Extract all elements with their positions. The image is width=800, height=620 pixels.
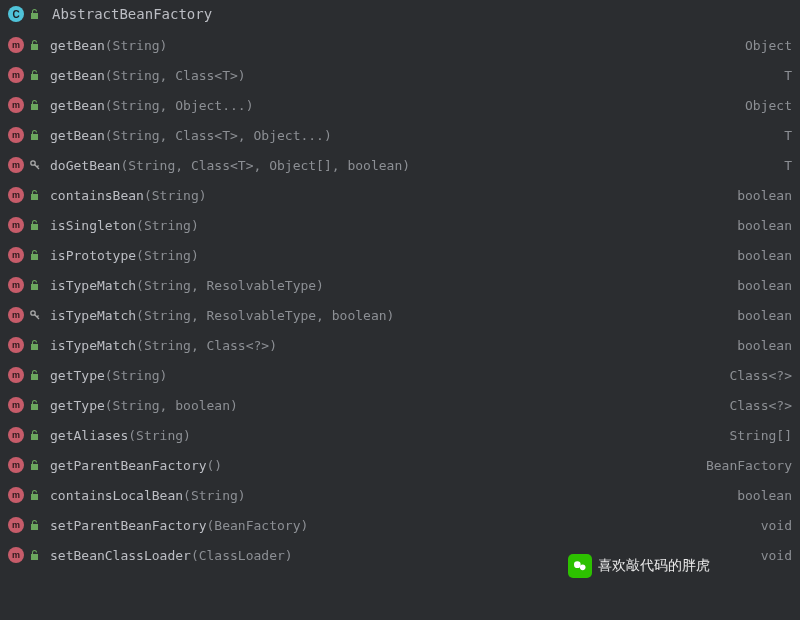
return-type: boolean <box>737 188 792 203</box>
method-signature: isPrototype(String) <box>50 248 199 263</box>
svg-point-2 <box>574 561 581 568</box>
lock-open-icon <box>28 338 42 352</box>
lock-open-icon <box>28 518 42 532</box>
method-signature: setBeanClassLoader(ClassLoader) <box>50 548 293 563</box>
method-row[interactable]: mgetBean(String, Class<T>, Object...)T <box>0 120 800 150</box>
lock-open-icon <box>28 458 42 472</box>
return-type: boolean <box>737 278 792 293</box>
method-signature: setParentBeanFactory(BeanFactory) <box>50 518 308 533</box>
attribution-text: 喜欢敲代码的胖虎 <box>598 557 710 575</box>
return-type: Object <box>745 98 792 113</box>
return-type: T <box>784 128 792 143</box>
return-type: Class<?> <box>729 368 792 383</box>
lock-open-icon <box>28 128 42 142</box>
method-icon: m <box>8 277 24 293</box>
lock-open-icon <box>28 98 42 112</box>
method-row[interactable]: mgetType(String)Class<?> <box>0 360 800 390</box>
method-signature: getBean(String, Class<T>) <box>50 68 246 83</box>
return-type: Object <box>745 38 792 53</box>
return-type: T <box>784 68 792 83</box>
method-signature: getType(String) <box>50 368 167 383</box>
method-signature: isTypeMatch(String, Class<?>) <box>50 338 277 353</box>
method-signature: getBean(String, Object...) <box>50 98 254 113</box>
method-icon: m <box>8 67 24 83</box>
lock-open-icon <box>28 368 42 382</box>
lock-open-icon <box>28 278 42 292</box>
lock-open-icon <box>28 398 42 412</box>
return-type: T <box>784 158 792 173</box>
key-icon <box>28 158 42 172</box>
method-icon: m <box>8 427 24 443</box>
method-signature: getType(String, boolean) <box>50 398 238 413</box>
svg-point-3 <box>580 565 586 571</box>
return-type: boolean <box>737 488 792 503</box>
class-icon: C <box>8 6 24 22</box>
lock-open-icon <box>28 218 42 232</box>
method-icon: m <box>8 397 24 413</box>
lock-open-icon <box>28 248 42 262</box>
method-icon: m <box>8 187 24 203</box>
method-signature: getParentBeanFactory() <box>50 458 222 473</box>
method-row[interactable]: mdoGetBean(String, Class<T>, Object[], b… <box>0 150 800 180</box>
method-signature: getBean(String) <box>50 38 167 53</box>
lock-open-icon <box>28 548 42 562</box>
method-icon: m <box>8 517 24 533</box>
lock-open-icon <box>28 428 42 442</box>
method-icon: m <box>8 457 24 473</box>
method-signature: getAliases(String) <box>50 428 191 443</box>
method-icon: m <box>8 307 24 323</box>
key-icon <box>28 308 42 322</box>
return-type: String[] <box>729 428 792 443</box>
method-signature: isTypeMatch(String, ResolvableType) <box>50 278 324 293</box>
method-icon: m <box>8 37 24 53</box>
return-type: BeanFactory <box>706 458 792 473</box>
method-row[interactable]: misPrototype(String)boolean <box>0 240 800 270</box>
method-row[interactable]: mgetType(String, boolean)Class<?> <box>0 390 800 420</box>
lock-open-icon <box>28 488 42 502</box>
method-icon: m <box>8 337 24 353</box>
class-name: AbstractBeanFactory <box>52 6 212 22</box>
method-list: mgetBean(String)ObjectmgetBean(String, C… <box>0 28 800 572</box>
method-row[interactable]: misSingleton(String)boolean <box>0 210 800 240</box>
method-icon: m <box>8 157 24 173</box>
method-signature: containsBean(String) <box>50 188 207 203</box>
method-signature: doGetBean(String, Class<T>, Object[], bo… <box>50 158 410 173</box>
method-signature: isSingleton(String) <box>50 218 199 233</box>
method-row[interactable]: mgetParentBeanFactory()BeanFactory <box>0 450 800 480</box>
wechat-icon <box>568 554 592 578</box>
return-type: boolean <box>737 308 792 323</box>
attribution-watermark: 喜欢敲代码的胖虎 <box>568 554 710 578</box>
return-type: Class<?> <box>729 398 792 413</box>
method-row[interactable]: misTypeMatch(String, Class<?>)boolean <box>0 330 800 360</box>
class-header: C AbstractBeanFactory <box>0 0 800 28</box>
lock-open-icon <box>28 38 42 52</box>
method-icon: m <box>8 127 24 143</box>
method-icon: m <box>8 367 24 383</box>
lock-open-icon <box>28 7 42 21</box>
method-row[interactable]: mcontainsLocalBean(String)boolean <box>0 480 800 510</box>
method-signature: isTypeMatch(String, ResolvableType, bool… <box>50 308 394 323</box>
method-row[interactable]: mgetAliases(String)String[] <box>0 420 800 450</box>
method-icon: m <box>8 97 24 113</box>
method-signature: getBean(String, Class<T>, Object...) <box>50 128 332 143</box>
return-type: void <box>761 548 792 563</box>
method-icon: m <box>8 487 24 503</box>
method-signature: containsLocalBean(String) <box>50 488 246 503</box>
lock-open-icon <box>28 188 42 202</box>
method-row[interactable]: mgetBean(String)Object <box>0 30 800 60</box>
return-type: boolean <box>737 338 792 353</box>
method-row[interactable]: mgetBean(String, Object...)Object <box>0 90 800 120</box>
method-row[interactable]: mcontainsBean(String)boolean <box>0 180 800 210</box>
return-type: boolean <box>737 248 792 263</box>
return-type: void <box>761 518 792 533</box>
lock-open-icon <box>28 68 42 82</box>
method-icon: m <box>8 217 24 233</box>
method-icon: m <box>8 247 24 263</box>
method-icon: m <box>8 547 24 563</box>
method-row[interactable]: misTypeMatch(String, ResolvableType)bool… <box>0 270 800 300</box>
method-row[interactable]: msetParentBeanFactory(BeanFactory)void <box>0 510 800 540</box>
return-type: boolean <box>737 218 792 233</box>
method-row[interactable]: misTypeMatch(String, ResolvableType, boo… <box>0 300 800 330</box>
method-row[interactable]: mgetBean(String, Class<T>)T <box>0 60 800 90</box>
